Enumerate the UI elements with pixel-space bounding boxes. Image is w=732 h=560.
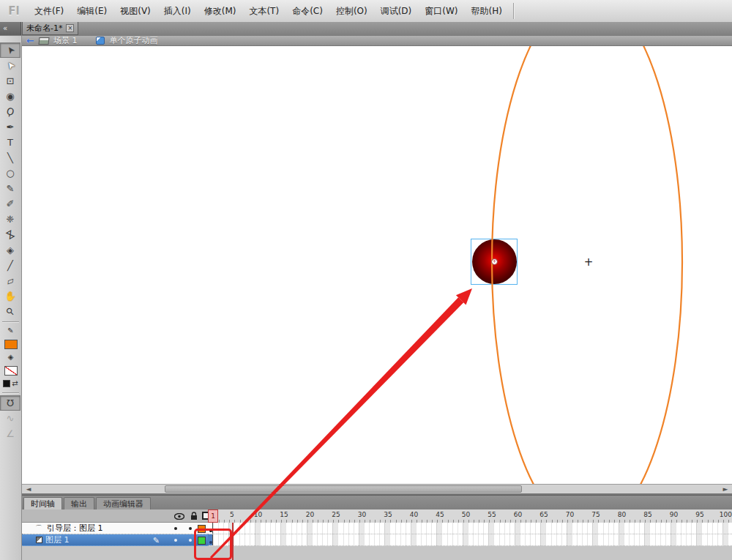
ruler-frame-number: 95 (692, 511, 707, 518)
menu-item[interactable]: 插入(I) (157, 1, 198, 22)
tools-panel: ➤➤⊡◉Ϙ✒T╲○✎✐❈⋈◈╱▱✋⚲ ✎ ◈ ⇄ Ω∿∠ (0, 36, 22, 560)
ruler-frame-number: 55 (485, 511, 499, 518)
frames-guide-layer[interactable] (208, 523, 732, 534)
keyframe-1-selected[interactable] (208, 534, 213, 545)
stroke-color-swatch[interactable] (4, 340, 18, 349)
timeline-ruler[interactable]: 5101520253035404550556065707580859095100… (208, 509, 732, 523)
straighten-option-icon: ∠ (6, 428, 15, 439)
menu-item[interactable]: 文本(T) (242, 1, 285, 22)
stage-canvas[interactable]: + + (22, 46, 732, 484)
deco-tool[interactable]: ❈ (0, 212, 20, 227)
line-tool[interactable]: ╲ (0, 150, 20, 165)
layer-outline-swatch[interactable] (198, 537, 206, 545)
layer-name[interactable]: 图层 1 (45, 534, 70, 545)
swap-colors-icon[interactable]: ⇄ (12, 379, 18, 388)
transform-point[interactable]: + (491, 258, 498, 265)
lasso-tool[interactable]: Ϙ (0, 104, 20, 119)
menu-item[interactable]: 命令(C) (285, 1, 329, 22)
black-white-colors-icon[interactable] (3, 380, 10, 387)
snap-to-objects-option[interactable]: Ω (0, 395, 20, 411)
layer-visibility-dot[interactable] (174, 527, 177, 530)
menu-item[interactable]: 视图(V) (113, 1, 157, 22)
timeline-tab-时间轴[interactable]: 时间轴 (23, 497, 62, 510)
ruler-frame-number: 5 (225, 511, 239, 518)
playhead[interactable]: 1 (208, 509, 218, 523)
timeline-tab-输出[interactable]: 输出 (64, 497, 94, 510)
hand-tool[interactable]: ✋ (0, 288, 20, 304)
keyframe-dot (209, 541, 212, 544)
deco-tool-icon: ❈ (7, 214, 15, 225)
eyedropper-tool[interactable]: ╱ (0, 258, 20, 273)
document-tab-bar: « 未命名-1* × (0, 22, 732, 37)
layer-visibility-dot[interactable] (174, 539, 177, 542)
layer-name[interactable]: 引导层：图层 1 (47, 523, 103, 534)
layer-lock-dot[interactable] (189, 539, 192, 542)
oval-tool-icon: ○ (6, 168, 14, 179)
paint-bucket-tool-icon: ◈ (7, 244, 14, 255)
breadcrumb-symbol[interactable]: 单个原子动画 (109, 35, 157, 46)
scrollbar-thumb[interactable] (165, 485, 522, 493)
close-tab-icon[interactable]: × (66, 24, 74, 32)
free-transform-tool[interactable]: ⊡ (0, 73, 20, 89)
motion-guide-path[interactable] (22, 46, 732, 484)
eraser-tool[interactable]: ▱ (0, 273, 20, 288)
ruler-frame-number: 20 (302, 511, 317, 518)
bone-tool[interactable]: ⋈ (0, 227, 20, 242)
text-tool[interactable]: T (0, 135, 20, 150)
menu-item[interactable]: 控制(O) (329, 1, 374, 22)
menu-item[interactable]: 文件(F) (28, 1, 70, 22)
subselection-tool[interactable]: ➤ (0, 58, 20, 73)
brush-tool-icon: ✐ (7, 198, 15, 209)
frames-layer1[interactable] (208, 534, 732, 546)
layer-row-guide[interactable]: ⌒ 引导层：图层 1 (22, 523, 208, 534)
3d-rotation-tool[interactable]: ◉ (0, 89, 20, 104)
layer-row-layer1[interactable]: 图层 1 ✎ (22, 534, 208, 546)
menu-separator (513, 3, 514, 19)
stage-horizontal-scrollbar[interactable]: ◄ ► (22, 484, 732, 493)
straighten-option[interactable]: ∠ (0, 426, 20, 441)
pen-tool[interactable]: ✒ (0, 119, 20, 135)
paint-bucket-tool[interactable]: ◈ (0, 242, 20, 258)
document-tab-untitled[interactable]: 未命名-1* × (22, 22, 78, 35)
menu-item[interactable]: 帮助(H) (465, 1, 509, 22)
back-arrow-icon[interactable]: ← (26, 37, 34, 45)
ruler-frame-number: 80 (614, 511, 629, 518)
lock-layers-icon[interactable] (190, 512, 198, 520)
breadcrumb-scene[interactable]: 场景 1 (53, 35, 78, 46)
layer-outline-swatch[interactable] (198, 525, 206, 533)
smooth-option[interactable]: ∿ (0, 411, 20, 426)
zoom-tool[interactable]: ⚲ (0, 304, 20, 319)
collapse-panel-button[interactable]: « (0, 22, 21, 35)
keyframe-dot (209, 529, 212, 532)
timeline-tab-bar: 时间轴输出动画编辑器 (22, 495, 732, 510)
pen-tool-icon: ✒ (7, 122, 15, 132)
lasso-tool-icon: Ϙ (5, 105, 15, 118)
3d-rotation-tool-icon: ◉ (6, 91, 14, 102)
oval-tool[interactable]: ○ (0, 165, 20, 181)
menu-item[interactable]: 调试(D) (374, 1, 419, 22)
snap-to-objects-option-icon: Ω (7, 397, 14, 408)
menu-item[interactable]: 编辑(E) (70, 1, 113, 22)
show-hide-layers-icon[interactable] (174, 513, 184, 520)
eraser-tool-icon: ▱ (5, 275, 16, 288)
free-transform-tool-icon: ⊡ (7, 75, 15, 86)
bone-tool-icon: ⋈ (3, 228, 17, 242)
pencil-tool[interactable]: ✎ (0, 181, 20, 196)
timeline-tab-动画编辑器[interactable]: 动画编辑器 (96, 497, 151, 510)
menu-item[interactable]: 修改(M) (198, 1, 243, 22)
ruler-frame-number: 50 (458, 511, 473, 518)
ruler-frame-number: 85 (640, 511, 655, 518)
menu-item[interactable]: 窗口(W) (418, 1, 464, 22)
eyedropper-tool-icon: ╱ (7, 260, 13, 271)
scroll-left-icon[interactable]: ◄ (23, 485, 34, 493)
keyframe-1[interactable] (208, 523, 213, 534)
ruler-frame-number: 75 (589, 511, 603, 518)
subselection-tool-icon: ➤ (4, 59, 18, 72)
brush-tool[interactable]: ✐ (0, 196, 20, 212)
layer-lock-dot[interactable] (189, 527, 192, 530)
selection-tool[interactable]: ➤ (0, 42, 20, 58)
tools-separator (2, 321, 19, 322)
scroll-right-icon[interactable]: ► (720, 485, 731, 493)
guide-layer-icon: ⌒ (34, 523, 44, 534)
fill-color-swatch-none[interactable] (4, 366, 18, 376)
